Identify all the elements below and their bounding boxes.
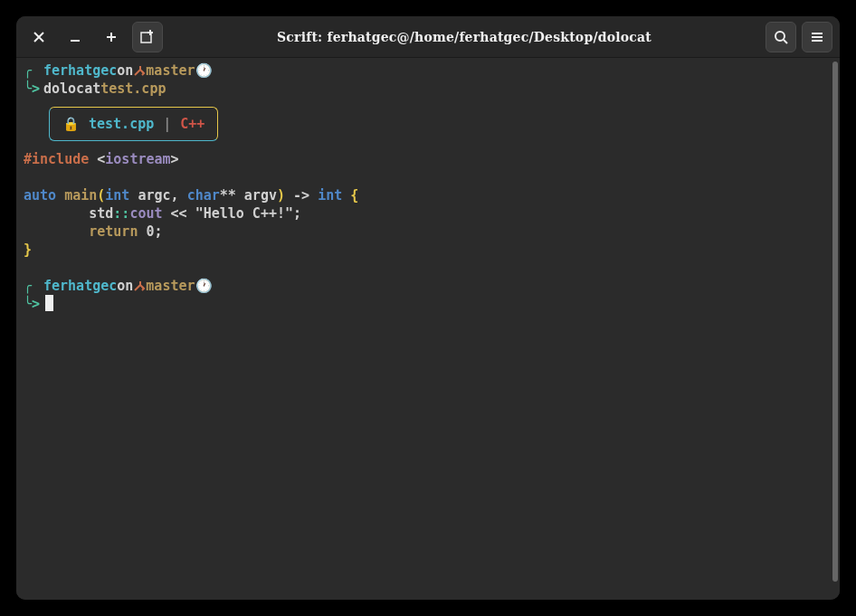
new-tab-icon <box>140 30 155 44</box>
titlebar: Scrift: ferhatgec@/home/ferhatgec/Deskto… <box>16 16 840 58</box>
svg-point-6 <box>775 32 785 41</box>
titlebar-left <box>24 22 163 52</box>
maximize-button[interactable] <box>96 22 127 52</box>
filebox-language: C++ <box>180 115 204 133</box>
menu-button[interactable] <box>802 22 832 52</box>
branch-icon <box>133 62 146 80</box>
terminal-body[interactable]: ╭ ╰> ferhatgec on master 🕐 dolocat test.… <box>16 58 840 600</box>
search-icon <box>774 30 788 44</box>
prompt-branch: master <box>146 277 195 295</box>
prompt-1: ╭ ╰> ferhatgec on master 🕐 dolocat test.… <box>24 62 832 98</box>
hamburger-icon <box>810 30 824 44</box>
filebox-separator: | <box>163 115 171 133</box>
svg-rect-5 <box>147 32 153 33</box>
svg-rect-8 <box>812 36 823 38</box>
code-line-2: auto main(int argc, char** argv) -> int … <box>24 186 832 204</box>
code-blank-2 <box>24 259 832 277</box>
filebox-filename: test.cpp <box>89 115 154 133</box>
svg-rect-2 <box>107 36 116 38</box>
plus-icon <box>105 31 118 43</box>
clock-icon: 🕐 <box>195 277 213 295</box>
window-title: Scrift: ferhatgec@/home/ferhatgec/Deskto… <box>163 30 766 44</box>
file-info-box: 🔒 test.cpp | C++ <box>49 107 218 141</box>
code-line-1: #include <iostream> <box>24 150 832 168</box>
prompt-arrow-icon: ╰> <box>24 296 40 312</box>
minimize-button[interactable] <box>60 22 90 52</box>
terminal-cursor <box>45 295 53 311</box>
branch-icon <box>133 277 146 295</box>
prompt-on: on <box>117 277 133 295</box>
clock-icon: 🕐 <box>195 62 213 80</box>
scrollbar[interactable] <box>832 62 838 582</box>
prompt-arrow-icon: ╰> <box>24 81 40 97</box>
terminal-window: Scrift: ferhatgec@/home/ferhatgec/Deskto… <box>16 16 840 600</box>
code-line-4: return 0; <box>24 223 832 241</box>
prompt-2: ╭ ╰> ferhatgec on master 🕐 <box>24 277 832 313</box>
prompt-user: ferhatgec <box>43 62 117 80</box>
lock-icon: 🔒 <box>62 115 80 133</box>
search-button[interactable] <box>766 22 796 52</box>
svg-rect-9 <box>812 40 823 42</box>
prompt-corner-icon: ╭ <box>24 278 32 294</box>
prompt-branch: master <box>146 62 195 80</box>
close-button[interactable] <box>24 22 54 52</box>
code-line-3: std::cout << "Hello C++!"; <box>24 204 832 223</box>
command-name: dolocat <box>43 80 100 98</box>
close-icon <box>33 32 44 43</box>
code-line-5: } <box>24 241 832 259</box>
prompt-on: on <box>117 62 133 80</box>
titlebar-right <box>766 22 832 52</box>
new-tab-button[interactable] <box>132 22 163 52</box>
minimize-icon <box>69 31 81 43</box>
prompt-corner-icon: ╭ <box>24 62 32 79</box>
code-blank-1 <box>24 168 832 186</box>
command-arg: test.cpp <box>100 80 166 98</box>
prompt-user: ferhatgec <box>43 277 117 295</box>
svg-rect-0 <box>71 40 80 42</box>
svg-rect-7 <box>812 33 823 34</box>
